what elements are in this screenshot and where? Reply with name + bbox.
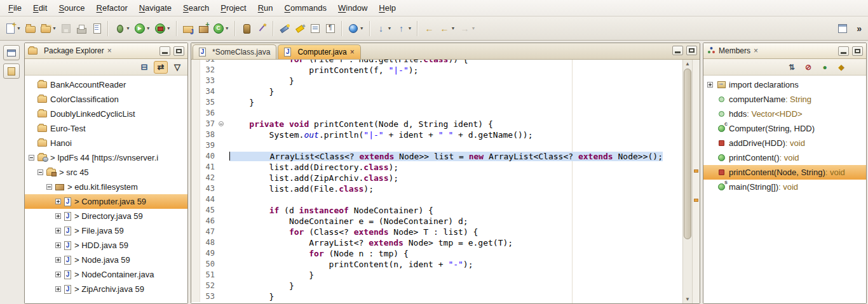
annotation-ruler-cell[interactable] <box>191 216 200 227</box>
tree-item[interactable]: > NodeContainer.java <box>25 267 187 282</box>
code-text[interactable]: for (File f : hdd.get(File.class)) { <box>227 60 682 65</box>
code-line[interactable]: 52 } <box>191 281 682 291</box>
back-icon[interactable]: ←▼ <box>437 21 456 36</box>
dropdown-arrow-icon[interactable]: ▼ <box>388 26 392 30</box>
code-text[interactable]: } <box>227 291 682 302</box>
annotation-ruler-cell[interactable] <box>191 259 200 270</box>
new-class-icon[interactable]: ▼ <box>212 21 231 36</box>
menu-project[interactable]: Project <box>215 1 252 15</box>
code-text[interactable]: list.add(ZipArchiv.class); <box>227 173 682 183</box>
occurrence-marker[interactable] <box>694 199 698 202</box>
code-line[interactable]: 51 } <box>191 270 682 281</box>
tree-expander-icon[interactable] <box>46 184 52 190</box>
pin-editor-icon[interactable] <box>836 21 850 36</box>
member-item[interactable]: Computer(String, HDD) <box>703 121 866 136</box>
tree-item[interactable]: > IpdFs 44 [https://svnserver.i <box>25 150 187 165</box>
code-text[interactable] <box>227 194 682 205</box>
code-line[interactable]: 33 } <box>191 76 682 86</box>
menu-refactor[interactable]: Refactor <box>91 1 133 15</box>
annotation-ruler-cell[interactable] <box>191 237 200 248</box>
annotation-ruler-cell[interactable] <box>191 270 200 281</box>
annotation-ruler-cell[interactable] <box>191 205 200 216</box>
code-text[interactable]: } <box>227 281 682 291</box>
code-line[interactable]: 36 <box>191 108 682 119</box>
code-text[interactable]: ArrayList<? extends Node> tmp = e.get(T)… <box>227 237 682 248</box>
next-annotation-icon[interactable]: ↓▼ <box>374 21 393 36</box>
create-jar-icon[interactable] <box>240 21 254 36</box>
annotation-ruler-cell[interactable] <box>191 183 200 194</box>
dropdown-arrow-icon[interactable]: ▼ <box>408 26 412 30</box>
occurrence-marker[interactable] <box>694 169 698 173</box>
print-icon[interactable] <box>74 21 88 36</box>
annotation-ruler-cell[interactable] <box>191 129 200 140</box>
code-text[interactable]: for (Class<? extends Node> T : list) { <box>227 227 682 237</box>
tree-expander-icon[interactable] <box>55 257 61 263</box>
code-line[interactable]: 53 } <box>191 291 682 302</box>
annotation-ruler-cell[interactable] <box>191 86 200 97</box>
generate-javadoc-icon[interactable] <box>255 21 269 36</box>
restore-views-icon[interactable] <box>3 45 20 60</box>
editor-scrollbar[interactable] <box>682 60 692 303</box>
scroll-up-icon[interactable] <box>683 61 692 67</box>
tree-item[interactable]: > Node.java 59 <box>25 253 187 267</box>
code-text[interactable]: System.out.println("|-" + ident + " " + … <box>227 129 682 140</box>
tree-expander-icon[interactable] <box>55 199 61 204</box>
code-line[interactable]: 42 list.add(ZipArchiv.class); <box>191 173 682 183</box>
code-line[interactable]: 47 for (Class<? extends Node> T : list) … <box>191 227 682 237</box>
tree-item[interactable]: Euro-Test <box>25 121 187 136</box>
annotation-ruler-cell[interactable] <box>191 60 200 65</box>
collapse-all-icon[interactable]: ⊟ <box>137 61 151 74</box>
code-line[interactable]: 40 ArrayList<Class<? extends Node>> list… <box>191 151 682 162</box>
dropdown-arrow-icon[interactable]: ▼ <box>126 26 130 30</box>
annotation-ruler-cell[interactable] <box>191 151 200 162</box>
dropdown-arrow-icon[interactable]: ▼ <box>166 26 171 30</box>
tree-expander-icon[interactable] <box>29 155 34 161</box>
scroll-down-icon[interactable] <box>683 296 692 302</box>
new-wizard-icon[interactable]: ▼ <box>3 21 22 36</box>
maximize-view-icon[interactable] <box>173 46 184 56</box>
annotation-ruler-cell[interactable] <box>191 97 200 108</box>
tree-expander-icon[interactable] <box>55 242 61 248</box>
dropdown-arrow-icon[interactable]: ▼ <box>451 26 455 30</box>
tree-item[interactable]: > ZipArchiv.java 59 <box>25 282 187 296</box>
code-line[interactable]: 41 list.add(Directory.class); <box>191 162 682 173</box>
code-text[interactable] <box>227 140 682 151</box>
overview-ruler[interactable] <box>692 60 700 303</box>
member-expander-icon[interactable] <box>707 82 713 88</box>
tree-expander-icon[interactable] <box>37 169 43 175</box>
save-icon[interactable] <box>59 21 73 36</box>
annotation-ruler-cell[interactable] <box>191 194 200 205</box>
code-text[interactable]: } <box>227 76 682 86</box>
code-text[interactable]: if (d instanceof NodeContainer) { <box>227 205 682 216</box>
tree-expander-icon[interactable] <box>55 213 61 219</box>
menu-edit[interactable]: Edit <box>27 1 53 15</box>
annotation-ruler-cell[interactable] <box>191 140 200 151</box>
hide-fields-icon[interactable]: ⊘ <box>801 61 815 74</box>
previous-annotation-icon[interactable]: ↑▼ <box>395 21 414 36</box>
code-text[interactable]: NodeContainer e = (NodeContainer) d; <box>227 216 682 227</box>
sort-members-icon[interactable]: ⇅ <box>785 61 799 74</box>
fold-collapse-icon[interactable] <box>219 121 224 126</box>
menu-navigate[interactable]: Navigate <box>133 1 177 15</box>
show-whitespace-icon[interactable] <box>323 21 337 36</box>
toolbar-overflow-chevron-icon[interactable]: » <box>857 23 862 34</box>
annotation-ruler-cell[interactable] <box>191 119 200 129</box>
editor-tab[interactable]: *SomeClass.java <box>193 44 276 59</box>
code-text[interactable] <box>227 108 682 119</box>
open-file-icon[interactable] <box>24 21 37 36</box>
code-text[interactable]: ArrayList<Class<? extends Node>> list = … <box>227 151 682 162</box>
external-tools-icon[interactable]: ▼ <box>153 21 172 36</box>
tree-item[interactable]: > File.java 59 <box>25 223 187 238</box>
tree-item[interactable]: > HDD.java 59 <box>25 238 187 253</box>
open-resource-icon[interactable] <box>90 21 104 36</box>
menu-commands[interactable]: Commands <box>279 1 332 15</box>
code-text[interactable]: printContent(n, ident + "-"); <box>227 259 682 270</box>
code-line[interactable]: 31 for (File f : hdd.get(File.class)) { <box>191 60 682 65</box>
code-line[interactable]: 37 private void printContent(Node d, Str… <box>191 119 682 129</box>
tree-expander-icon[interactable] <box>55 286 61 292</box>
code-text[interactable]: for (Node n : tmp) { <box>227 248 682 259</box>
code-text[interactable]: } <box>227 270 682 281</box>
new-package-icon[interactable] <box>196 21 210 36</box>
dropdown-arrow-icon[interactable]: ▼ <box>471 26 475 30</box>
annotation-ruler-cell[interactable] <box>191 108 200 119</box>
